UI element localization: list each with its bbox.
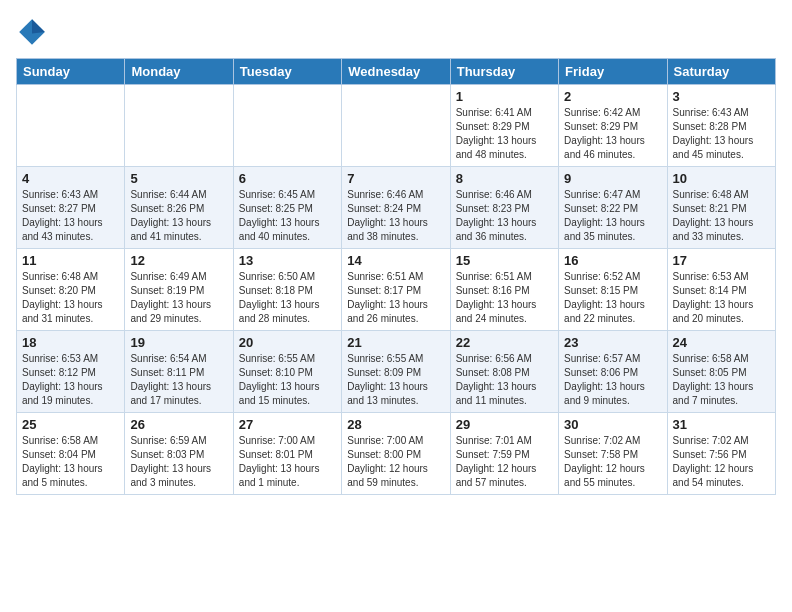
- day-number: 7: [347, 171, 444, 186]
- day-number: 25: [22, 417, 119, 432]
- day-info: Sunrise: 7:00 AM Sunset: 8:01 PM Dayligh…: [239, 434, 336, 490]
- day-info: Sunrise: 7:02 AM Sunset: 7:56 PM Dayligh…: [673, 434, 770, 490]
- weekday-header-row: SundayMondayTuesdayWednesdayThursdayFrid…: [17, 59, 776, 85]
- logo: [16, 16, 54, 48]
- day-info: Sunrise: 6:49 AM Sunset: 8:19 PM Dayligh…: [130, 270, 227, 326]
- calendar-day-cell: 6Sunrise: 6:45 AM Sunset: 8:25 PM Daylig…: [233, 167, 341, 249]
- calendar-day-cell: 15Sunrise: 6:51 AM Sunset: 8:16 PM Dayli…: [450, 249, 558, 331]
- weekday-header-sunday: Sunday: [17, 59, 125, 85]
- day-number: 2: [564, 89, 661, 104]
- day-info: Sunrise: 6:50 AM Sunset: 8:18 PM Dayligh…: [239, 270, 336, 326]
- calendar-day-cell: 28Sunrise: 7:00 AM Sunset: 8:00 PM Dayli…: [342, 413, 450, 495]
- day-info: Sunrise: 7:01 AM Sunset: 7:59 PM Dayligh…: [456, 434, 553, 490]
- day-number: 30: [564, 417, 661, 432]
- calendar-empty-cell: [125, 85, 233, 167]
- day-number: 19: [130, 335, 227, 350]
- calendar-week-row: 25Sunrise: 6:58 AM Sunset: 8:04 PM Dayli…: [17, 413, 776, 495]
- day-number: 24: [673, 335, 770, 350]
- day-number: 20: [239, 335, 336, 350]
- calendar-day-cell: 25Sunrise: 6:58 AM Sunset: 8:04 PM Dayli…: [17, 413, 125, 495]
- day-number: 18: [22, 335, 119, 350]
- day-number: 14: [347, 253, 444, 268]
- calendar-day-cell: 17Sunrise: 6:53 AM Sunset: 8:14 PM Dayli…: [667, 249, 775, 331]
- day-info: Sunrise: 6:55 AM Sunset: 8:10 PM Dayligh…: [239, 352, 336, 408]
- calendar-day-cell: 7Sunrise: 6:46 AM Sunset: 8:24 PM Daylig…: [342, 167, 450, 249]
- day-number: 4: [22, 171, 119, 186]
- calendar-table: SundayMondayTuesdayWednesdayThursdayFrid…: [16, 58, 776, 495]
- day-number: 9: [564, 171, 661, 186]
- calendar-day-cell: 23Sunrise: 6:57 AM Sunset: 8:06 PM Dayli…: [559, 331, 667, 413]
- calendar-day-cell: 20Sunrise: 6:55 AM Sunset: 8:10 PM Dayli…: [233, 331, 341, 413]
- logo-icon: [16, 16, 48, 48]
- calendar-day-cell: 26Sunrise: 6:59 AM Sunset: 8:03 PM Dayli…: [125, 413, 233, 495]
- day-info: Sunrise: 7:00 AM Sunset: 8:00 PM Dayligh…: [347, 434, 444, 490]
- day-info: Sunrise: 6:46 AM Sunset: 8:23 PM Dayligh…: [456, 188, 553, 244]
- day-number: 3: [673, 89, 770, 104]
- weekday-header-monday: Monday: [125, 59, 233, 85]
- calendar-day-cell: 27Sunrise: 7:00 AM Sunset: 8:01 PM Dayli…: [233, 413, 341, 495]
- calendar-day-cell: 16Sunrise: 6:52 AM Sunset: 8:15 PM Dayli…: [559, 249, 667, 331]
- calendar-week-row: 4Sunrise: 6:43 AM Sunset: 8:27 PM Daylig…: [17, 167, 776, 249]
- calendar-day-cell: 18Sunrise: 6:53 AM Sunset: 8:12 PM Dayli…: [17, 331, 125, 413]
- day-info: Sunrise: 6:53 AM Sunset: 8:14 PM Dayligh…: [673, 270, 770, 326]
- calendar-day-cell: 11Sunrise: 6:48 AM Sunset: 8:20 PM Dayli…: [17, 249, 125, 331]
- day-number: 31: [673, 417, 770, 432]
- calendar-empty-cell: [342, 85, 450, 167]
- calendar-day-cell: 24Sunrise: 6:58 AM Sunset: 8:05 PM Dayli…: [667, 331, 775, 413]
- day-info: Sunrise: 6:42 AM Sunset: 8:29 PM Dayligh…: [564, 106, 661, 162]
- calendar-day-cell: 29Sunrise: 7:01 AM Sunset: 7:59 PM Dayli…: [450, 413, 558, 495]
- day-number: 6: [239, 171, 336, 186]
- day-info: Sunrise: 7:02 AM Sunset: 7:58 PM Dayligh…: [564, 434, 661, 490]
- calendar-week-row: 18Sunrise: 6:53 AM Sunset: 8:12 PM Dayli…: [17, 331, 776, 413]
- day-info: Sunrise: 6:55 AM Sunset: 8:09 PM Dayligh…: [347, 352, 444, 408]
- day-number: 10: [673, 171, 770, 186]
- day-number: 12: [130, 253, 227, 268]
- day-info: Sunrise: 6:54 AM Sunset: 8:11 PM Dayligh…: [130, 352, 227, 408]
- day-info: Sunrise: 6:58 AM Sunset: 8:05 PM Dayligh…: [673, 352, 770, 408]
- day-number: 15: [456, 253, 553, 268]
- calendar-day-cell: 9Sunrise: 6:47 AM Sunset: 8:22 PM Daylig…: [559, 167, 667, 249]
- weekday-header-thursday: Thursday: [450, 59, 558, 85]
- day-number: 27: [239, 417, 336, 432]
- calendar-empty-cell: [17, 85, 125, 167]
- day-info: Sunrise: 6:46 AM Sunset: 8:24 PM Dayligh…: [347, 188, 444, 244]
- calendar-week-row: 11Sunrise: 6:48 AM Sunset: 8:20 PM Dayli…: [17, 249, 776, 331]
- day-number: 16: [564, 253, 661, 268]
- day-number: 28: [347, 417, 444, 432]
- weekday-header-wednesday: Wednesday: [342, 59, 450, 85]
- day-info: Sunrise: 6:45 AM Sunset: 8:25 PM Dayligh…: [239, 188, 336, 244]
- weekday-header-saturday: Saturday: [667, 59, 775, 85]
- calendar-day-cell: 19Sunrise: 6:54 AM Sunset: 8:11 PM Dayli…: [125, 331, 233, 413]
- calendar-week-row: 1Sunrise: 6:41 AM Sunset: 8:29 PM Daylig…: [17, 85, 776, 167]
- day-number: 17: [673, 253, 770, 268]
- calendar-day-cell: 3Sunrise: 6:43 AM Sunset: 8:28 PM Daylig…: [667, 85, 775, 167]
- day-number: 1: [456, 89, 553, 104]
- day-number: 21: [347, 335, 444, 350]
- day-info: Sunrise: 6:53 AM Sunset: 8:12 PM Dayligh…: [22, 352, 119, 408]
- day-info: Sunrise: 6:44 AM Sunset: 8:26 PM Dayligh…: [130, 188, 227, 244]
- weekday-header-tuesday: Tuesday: [233, 59, 341, 85]
- calendar-day-cell: 12Sunrise: 6:49 AM Sunset: 8:19 PM Dayli…: [125, 249, 233, 331]
- calendar-day-cell: 21Sunrise: 6:55 AM Sunset: 8:09 PM Dayli…: [342, 331, 450, 413]
- calendar-day-cell: 1Sunrise: 6:41 AM Sunset: 8:29 PM Daylig…: [450, 85, 558, 167]
- day-number: 23: [564, 335, 661, 350]
- day-number: 26: [130, 417, 227, 432]
- day-number: 5: [130, 171, 227, 186]
- calendar-day-cell: 4Sunrise: 6:43 AM Sunset: 8:27 PM Daylig…: [17, 167, 125, 249]
- calendar-empty-cell: [233, 85, 341, 167]
- calendar-day-cell: 22Sunrise: 6:56 AM Sunset: 8:08 PM Dayli…: [450, 331, 558, 413]
- day-info: Sunrise: 6:43 AM Sunset: 8:28 PM Dayligh…: [673, 106, 770, 162]
- calendar-day-cell: 5Sunrise: 6:44 AM Sunset: 8:26 PM Daylig…: [125, 167, 233, 249]
- day-info: Sunrise: 6:51 AM Sunset: 8:17 PM Dayligh…: [347, 270, 444, 326]
- day-info: Sunrise: 6:58 AM Sunset: 8:04 PM Dayligh…: [22, 434, 119, 490]
- day-info: Sunrise: 6:52 AM Sunset: 8:15 PM Dayligh…: [564, 270, 661, 326]
- calendar-day-cell: 30Sunrise: 7:02 AM Sunset: 7:58 PM Dayli…: [559, 413, 667, 495]
- day-info: Sunrise: 6:48 AM Sunset: 8:21 PM Dayligh…: [673, 188, 770, 244]
- day-number: 13: [239, 253, 336, 268]
- calendar-day-cell: 14Sunrise: 6:51 AM Sunset: 8:17 PM Dayli…: [342, 249, 450, 331]
- day-info: Sunrise: 6:41 AM Sunset: 8:29 PM Dayligh…: [456, 106, 553, 162]
- calendar-day-cell: 31Sunrise: 7:02 AM Sunset: 7:56 PM Dayli…: [667, 413, 775, 495]
- calendar-day-cell: 8Sunrise: 6:46 AM Sunset: 8:23 PM Daylig…: [450, 167, 558, 249]
- calendar-day-cell: 2Sunrise: 6:42 AM Sunset: 8:29 PM Daylig…: [559, 85, 667, 167]
- day-number: 29: [456, 417, 553, 432]
